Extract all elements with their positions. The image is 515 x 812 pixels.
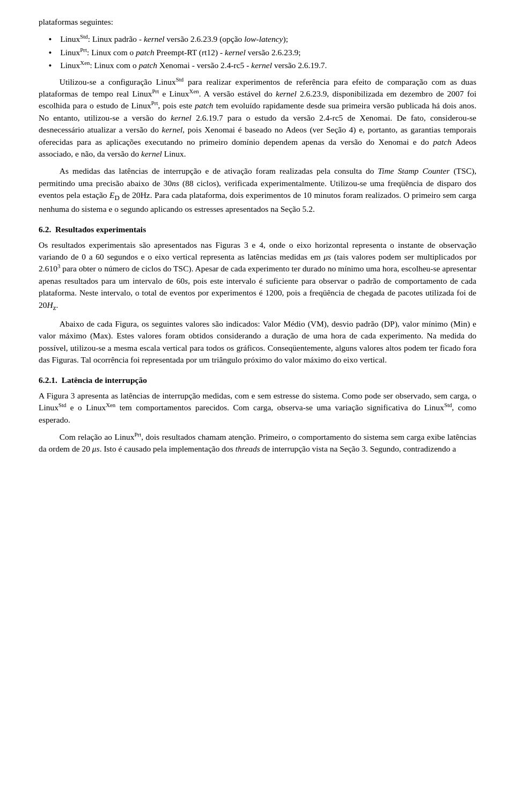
list-item-linux-std: LinuxStd: Linux padrão - kernel versão 2…	[49, 33, 476, 45]
list-item-linux-prt: LinuxPrt: Linux com o patch Preempt-RT (…	[49, 47, 476, 58]
paragraph-config: Utilizou-se a configuração LinuxStd para…	[39, 76, 476, 160]
page: plataformas seguintes: LinuxStd: Linux p…	[0, 0, 515, 812]
paragraph-results-intro: Os resultados experimentais são apresent…	[39, 239, 476, 313]
paragraph-figures-values: Abaixo de cada Figura, os seguintes valo…	[39, 318, 476, 366]
section-62-heading: 6.2. Resultados experimentais	[39, 224, 476, 235]
intro-paragraph: plataformas seguintes:	[39, 16, 476, 28]
paragraph-latency-intro: A Figura 3 apresenta as latências de int…	[39, 390, 476, 426]
list-item-linux-xen: LinuxXen: Linux com o patch Xenomai - ve…	[49, 60, 476, 71]
platforms-list: LinuxStd: Linux padrão - kernel versão 2…	[49, 33, 476, 72]
section-621-heading: 6.2.1. Latência de interrupção	[39, 374, 476, 386]
paragraph-measurements: As medidas das latências de interrupção …	[39, 165, 476, 215]
paragraph-linux-prt-results: Com relação ao LinuxPrt, dois resultados…	[39, 431, 476, 455]
